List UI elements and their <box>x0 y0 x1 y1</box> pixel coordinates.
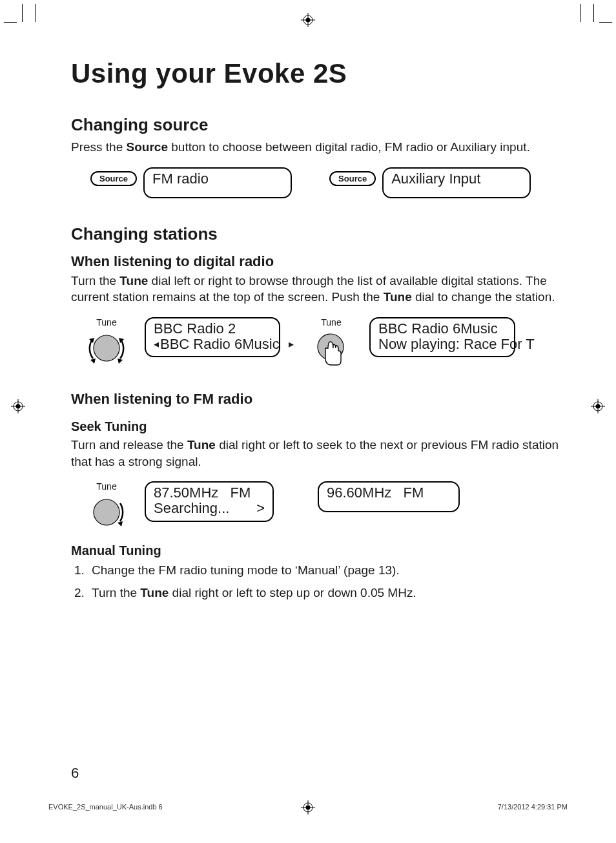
dial-label: Tune <box>96 317 116 328</box>
page-content: Using your Evoke 2S Changing source Pres… <box>71 58 562 605</box>
source-button-icon: Source <box>329 171 376 186</box>
tune-dial-turn-icon: Tune <box>77 317 136 368</box>
lcd-line: FM radio <box>152 171 283 187</box>
lcd-display: BBC Radio 6Music Now playing: Race For T <box>369 317 515 357</box>
tune-dial-push-icon: Tune <box>302 317 360 371</box>
footer-file: EVOKE_2S_manual_UK-Aus.indb 6 <box>48 803 163 811</box>
lcd-line: Auxiliary Input <box>391 171 522 187</box>
dial-label: Tune <box>321 317 341 328</box>
crop-mark <box>4 22 17 23</box>
paragraph: Turn and release the Tune dial right or … <box>71 437 562 470</box>
registration-mark-icon <box>301 800 315 815</box>
lcd-display: BBC Radio 2 BBC Radio 6Music <box>145 317 280 357</box>
svg-marker-18 <box>90 359 96 364</box>
text: Turn and release the <box>71 438 187 452</box>
section-changing-stations: Changing stations <box>71 224 562 244</box>
text: Turn the <box>71 274 119 287</box>
lcd-display: FM radio <box>143 167 292 198</box>
subsub-seek: Seek Tuning <box>71 419 562 434</box>
registration-mark-icon <box>591 399 605 413</box>
steps-list: Change the FM radio tuning mode to ‘Manu… <box>71 561 562 603</box>
lcd-display: Auxiliary Input <box>382 167 531 198</box>
page-title: Using your Evoke 2S <box>71 58 562 89</box>
crop-mark <box>593 4 594 22</box>
lcd-line: Searching... <box>154 501 265 516</box>
lcd-line: 87.50MHz FM <box>154 485 265 501</box>
list-item: Turn the Tune dial right or left to step… <box>88 583 562 603</box>
registration-mark-icon <box>301 13 315 27</box>
page-number: 6 <box>71 765 79 782</box>
crop-mark <box>22 4 23 22</box>
text-bold: Tune <box>140 586 169 599</box>
lcd-display: 96.60MHz FM <box>318 481 460 512</box>
lcd-display: 87.50MHz FM Searching... <box>145 481 274 521</box>
lcd-text: BBC Radio 6Music <box>160 337 280 352</box>
text-bold: Tune <box>384 290 412 304</box>
registration-mark-icon <box>11 399 25 413</box>
list-item: Change the FM radio tuning mode to ‘Manu… <box>88 561 562 580</box>
crop-mark <box>580 4 581 22</box>
svg-point-16 <box>94 335 119 361</box>
lcd-line: 96.60MHz FM <box>327 485 451 501</box>
svg-marker-20 <box>118 359 123 364</box>
text: dial right or left to step up or down 0.… <box>169 586 416 599</box>
crop-mark <box>599 22 612 23</box>
paragraph: Turn the Tune dial left or right to brow… <box>71 273 562 306</box>
footer-timestamp: 7/13/2012 4:29:31 PM <box>498 803 568 811</box>
source-example-fm: Source FM radio <box>90 167 292 198</box>
crop-mark <box>35 4 36 22</box>
source-button-icon: Source <box>90 171 137 186</box>
subsection-fm: When listening to FM radio <box>71 391 562 408</box>
text: button to choose between digital radio, … <box>168 140 530 154</box>
section-changing-source: Changing source <box>71 115 562 135</box>
paragraph: Press the Source button to choose betwee… <box>71 139 562 156</box>
lcd-line: BBC Radio 2 <box>154 321 271 337</box>
tune-dial-release-icon: Tune <box>77 481 136 532</box>
svg-marker-23 <box>118 521 123 526</box>
manual-page: Using your Evoke 2S Changing source Pres… <box>0 0 616 843</box>
text-bold: Source <box>127 140 168 154</box>
svg-point-22 <box>94 499 119 525</box>
text: Change the FM radio tuning mode to ‘Manu… <box>92 563 400 577</box>
dial-label: Tune <box>96 481 116 492</box>
subsection-digital: When listening to digital radio <box>71 253 562 270</box>
text-bold: Tune <box>187 438 216 452</box>
lcd-line: Now playing: Race For T <box>378 337 506 352</box>
text-bold: Tune <box>119 274 148 287</box>
text: dial to change the station. <box>412 290 555 304</box>
lcd-line: BBC Radio 6Music <box>378 321 506 337</box>
lcd-line: BBC Radio 6Music <box>154 337 271 352</box>
text: Turn the <box>92 586 140 599</box>
source-example-aux: Source Auxiliary Input <box>329 167 531 198</box>
lcd-text: Searching... <box>154 501 229 516</box>
subsub-manual: Manual Tuning <box>71 543 562 558</box>
text: Press the <box>71 140 127 154</box>
